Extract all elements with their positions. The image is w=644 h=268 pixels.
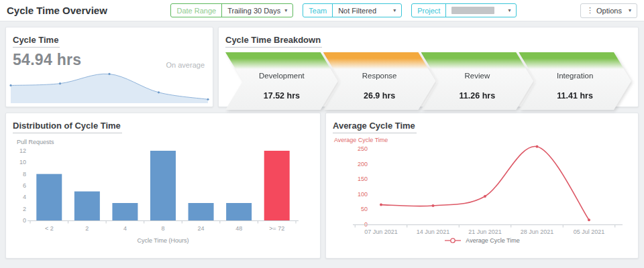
- date-range-value: Trailing 30 Days: [227, 7, 280, 15]
- average-cycle-time-line-chart: Average Cycle Time05010015020025007 Jun …: [333, 136, 628, 237]
- svg-text:4: 4: [123, 225, 127, 232]
- stage-status-bar: [421, 52, 534, 69]
- svg-text:12: 12: [19, 147, 26, 154]
- average-title: Average Cycle Time: [333, 121, 417, 133]
- breakdown-stages: Development 17.52 hrs Response 26.9 hrs …: [225, 52, 631, 110]
- team-select[interactable]: Not Filtered ▾: [333, 4, 401, 17]
- svg-text:250: 250: [358, 145, 368, 152]
- dashboard-body: Cycle Time 54.94 hrs On average Cycle Ti…: [0, 21, 644, 264]
- svg-text:100: 100: [358, 191, 368, 198]
- chevron-shape: Integration 11.41 hrs: [519, 52, 631, 110]
- average-cycle-time-panel: Average Cycle Time Average Cycle Time050…: [325, 113, 639, 259]
- chevron-shape: Response 26.9 hrs: [323, 52, 436, 110]
- cycle-time-sparkline: [9, 67, 209, 103]
- breakdown-stage-development: Development 17.52 hrs: [225, 52, 338, 110]
- options-label: Options: [596, 7, 622, 15]
- svg-text:8: 8: [161, 225, 164, 232]
- options-button[interactable]: ⋮ Options ▾: [580, 3, 637, 18]
- svg-text:0: 0: [23, 217, 26, 224]
- svg-text:8: 8: [23, 171, 26, 178]
- chevron-shape: Development 17.52 hrs: [225, 52, 338, 110]
- svg-text:48: 48: [235, 225, 242, 232]
- page-title: Cycle Time Overview: [7, 5, 107, 16]
- team-label: Team: [303, 4, 333, 17]
- stage-name: Response: [323, 72, 436, 80]
- cycle-time-breakdown-panel: Cycle Time Breakdown Development 17.52 h…: [218, 27, 639, 107]
- project-label: Project: [412, 4, 446, 17]
- stage-name: Review: [421, 72, 534, 80]
- stage-status-bar: [225, 52, 338, 69]
- chevron-down-icon: ▾: [629, 7, 631, 13]
- cycle-time-title: Cycle Time: [13, 35, 60, 48]
- chevron-down-icon: ▾: [508, 7, 511, 13]
- date-range-select[interactable]: Trailing 30 Days ▾: [222, 4, 292, 17]
- header: Cycle Time Overview Date Range Trailing …: [0, 0, 644, 21]
- svg-text:05 Jul 2021: 05 Jul 2021: [574, 228, 605, 235]
- distribution-title: Distribution of Cycle Time: [13, 121, 122, 133]
- legend-line-marker-icon: [444, 237, 462, 244]
- stage-status-bar: [323, 52, 436, 69]
- svg-text:10: 10: [19, 159, 26, 165]
- svg-text:07 Jun 2021: 07 Jun 2021: [364, 228, 398, 235]
- breakdown-stage-response: Response 26.9 hrs: [323, 52, 436, 110]
- svg-text:24: 24: [198, 225, 205, 232]
- svg-text:28 Jun 2021: 28 Jun 2021: [521, 228, 554, 235]
- svg-text:Pull Requests: Pull Requests: [17, 139, 54, 145]
- svg-text:50: 50: [361, 206, 368, 212]
- date-range-filter: Date Range Trailing 30 Days ▾: [170, 3, 293, 17]
- project-select[interactable]: ▾: [446, 4, 516, 17]
- stage-value: 26.9 hrs: [323, 91, 436, 100]
- svg-text:Average Cycle Time: Average Cycle Time: [334, 137, 388, 143]
- stage-name: Development: [225, 72, 338, 80]
- svg-text:< 2: < 2: [45, 225, 54, 232]
- project-filter: Project ▾: [411, 3, 517, 17]
- cycle-time-value: 54.94 hrs: [13, 51, 81, 69]
- svg-text:2: 2: [23, 206, 26, 212]
- project-value-redacted: [451, 7, 494, 14]
- breakdown-stage-integration: Integration 11.41 hrs: [519, 52, 631, 110]
- cycle-time-panel: Cycle Time 54.94 hrs On average: [5, 27, 213, 107]
- svg-text:6: 6: [23, 182, 26, 189]
- date-range-label: Date Range: [171, 4, 222, 17]
- svg-text:200: 200: [358, 161, 368, 168]
- vertical-ellipsis-icon: ⋮: [586, 6, 594, 15]
- svg-text:>= 72: >= 72: [269, 225, 284, 232]
- stage-status-bar: [519, 52, 631, 69]
- stage-name: Integration: [519, 72, 631, 80]
- filter-bar: Date Range Trailing 30 Days ▾ Team Not F…: [170, 3, 517, 17]
- stage-value: 11.41 hrs: [519, 91, 631, 100]
- breakdown-title: Cycle Time Breakdown: [225, 35, 322, 48]
- svg-text:2: 2: [85, 225, 89, 232]
- chart-legend[interactable]: Average Cycle Time: [333, 237, 631, 244]
- stage-value: 11.26 hrs: [421, 91, 534, 100]
- team-filter: Team Not Filtered ▾: [303, 3, 402, 17]
- svg-text:4: 4: [23, 194, 26, 200]
- chevron-down-icon: ▾: [393, 7, 396, 13]
- team-value: Not Filtered: [338, 7, 376, 15]
- svg-text:21 Jun 2021: 21 Jun 2021: [468, 228, 502, 235]
- svg-text:14 Jun 2021: 14 Jun 2021: [417, 228, 450, 235]
- distribution-bar-chart: Pull Requests024681012< 22482448>= 72Cyc…: [13, 136, 313, 251]
- chevron-shape: Review 11.26 hrs: [421, 52, 534, 110]
- distribution-panel: Distribution of Cycle Time Pull Requests…: [5, 113, 321, 259]
- legend-label: Average Cycle Time: [466, 237, 519, 244]
- stage-value: 17.52 hrs: [225, 91, 338, 100]
- svg-text:Cycle Time (Hours): Cycle Time (Hours): [137, 237, 189, 244]
- chevron-down-icon: ▾: [284, 7, 287, 13]
- svg-text:150: 150: [358, 176, 368, 182]
- breakdown-stage-review: Review 11.26 hrs: [421, 52, 534, 110]
